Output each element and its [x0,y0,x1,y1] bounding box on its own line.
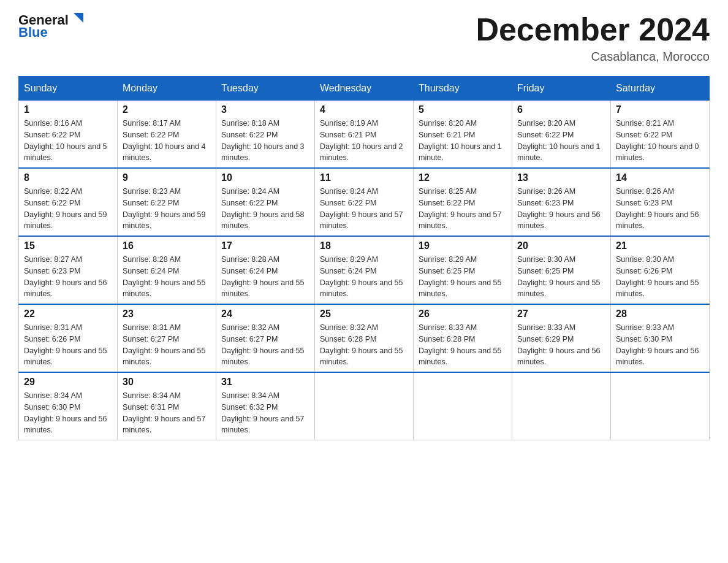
calendar-cell: 17 Sunrise: 8:28 AM Sunset: 6:24 PM Dayl… [216,236,315,304]
calendar-cell: 28 Sunrise: 8:33 AM Sunset: 6:30 PM Dayl… [611,304,710,372]
week-row-1: 1 Sunrise: 8:16 AM Sunset: 6:22 PM Dayli… [19,101,710,169]
calendar-cell: 11 Sunrise: 8:24 AM Sunset: 6:22 PM Dayl… [315,168,414,236]
day-info: Sunrise: 8:20 AM Sunset: 6:21 PM Dayligh… [419,118,507,164]
calendar-cell: 22 Sunrise: 8:31 AM Sunset: 6:26 PM Dayl… [19,304,118,372]
day-info: Sunrise: 8:34 AM Sunset: 6:32 PM Dayligh… [221,390,309,436]
day-number: 11 [320,172,408,183]
calendar-cell: 16 Sunrise: 8:28 AM Sunset: 6:24 PM Dayl… [118,236,216,304]
calendar-cell: 31 Sunrise: 8:34 AM Sunset: 6:32 PM Dayl… [216,372,315,440]
calendar-cell: 14 Sunrise: 8:26 AM Sunset: 6:23 PM Dayl… [611,168,710,236]
page-header: General Blue December 2024 Casablanca, M… [18,12,710,64]
calendar-cell: 7 Sunrise: 8:21 AM Sunset: 6:22 PM Dayli… [611,101,710,169]
day-number: 10 [221,172,309,183]
day-number: 6 [517,104,605,115]
day-info: Sunrise: 8:28 AM Sunset: 6:24 PM Dayligh… [221,254,309,300]
calendar-cell: 6 Sunrise: 8:20 AM Sunset: 6:22 PM Dayli… [512,101,611,169]
weekday-header-thursday: Thursday [414,77,512,101]
logo: General Blue [18,12,87,40]
day-number: 12 [419,172,507,183]
day-number: 21 [616,240,704,251]
day-info: Sunrise: 8:34 AM Sunset: 6:31 PM Dayligh… [123,390,211,436]
day-number: 19 [419,240,507,251]
day-info: Sunrise: 8:22 AM Sunset: 6:22 PM Dayligh… [24,186,112,232]
day-number: 26 [419,308,507,320]
calendar-cell: 12 Sunrise: 8:25 AM Sunset: 6:22 PM Dayl… [414,168,512,236]
day-info: Sunrise: 8:24 AM Sunset: 6:22 PM Dayligh… [320,186,408,232]
weekday-header-friday: Friday [512,77,611,101]
day-number: 8 [24,172,112,183]
calendar-cell: 15 Sunrise: 8:27 AM Sunset: 6:23 PM Dayl… [19,236,118,304]
day-info: Sunrise: 8:30 AM Sunset: 6:26 PM Dayligh… [616,254,704,300]
calendar-cell: 24 Sunrise: 8:32 AM Sunset: 6:27 PM Dayl… [216,304,315,372]
day-info: Sunrise: 8:33 AM Sunset: 6:28 PM Dayligh… [419,322,507,368]
day-info: Sunrise: 8:33 AM Sunset: 6:30 PM Dayligh… [616,322,704,368]
calendar-cell: 5 Sunrise: 8:20 AM Sunset: 6:21 PM Dayli… [414,101,512,169]
day-number: 30 [123,377,211,388]
calendar-cell: 18 Sunrise: 8:29 AM Sunset: 6:24 PM Dayl… [315,236,414,304]
day-number: 29 [24,377,112,388]
weekday-header-tuesday: Tuesday [216,77,315,101]
day-info: Sunrise: 8:28 AM Sunset: 6:24 PM Dayligh… [123,254,211,300]
logo-triangle-icon [70,10,87,28]
day-number: 20 [517,240,605,251]
calendar-cell [512,372,611,440]
day-info: Sunrise: 8:31 AM Sunset: 6:27 PM Dayligh… [123,322,211,368]
calendar-cell: 27 Sunrise: 8:33 AM Sunset: 6:29 PM Dayl… [512,304,611,372]
calendar-cell: 9 Sunrise: 8:23 AM Sunset: 6:22 PM Dayli… [118,168,216,236]
day-info: Sunrise: 8:20 AM Sunset: 6:22 PM Dayligh… [517,118,605,164]
day-info: Sunrise: 8:24 AM Sunset: 6:22 PM Dayligh… [221,186,309,232]
day-info: Sunrise: 8:25 AM Sunset: 6:22 PM Dayligh… [419,186,507,232]
day-info: Sunrise: 8:29 AM Sunset: 6:24 PM Dayligh… [320,254,408,300]
day-info: Sunrise: 8:26 AM Sunset: 6:23 PM Dayligh… [616,186,704,232]
day-number: 25 [320,308,408,320]
day-number: 28 [616,308,704,320]
calendar-cell: 25 Sunrise: 8:32 AM Sunset: 6:28 PM Dayl… [315,304,414,372]
week-row-3: 15 Sunrise: 8:27 AM Sunset: 6:23 PM Dayl… [19,236,710,304]
day-info: Sunrise: 8:19 AM Sunset: 6:21 PM Dayligh… [320,118,408,164]
day-info: Sunrise: 8:26 AM Sunset: 6:23 PM Dayligh… [517,186,605,232]
calendar-cell: 23 Sunrise: 8:31 AM Sunset: 6:27 PM Dayl… [118,304,216,372]
calendar-cell: 3 Sunrise: 8:18 AM Sunset: 6:22 PM Dayli… [216,101,315,169]
week-row-5: 29 Sunrise: 8:34 AM Sunset: 6:30 PM Dayl… [19,372,710,440]
weekday-header-monday: Monday [118,77,216,101]
day-info: Sunrise: 8:29 AM Sunset: 6:25 PM Dayligh… [419,254,507,300]
calendar-cell: 30 Sunrise: 8:34 AM Sunset: 6:31 PM Dayl… [118,372,216,440]
day-number: 13 [517,172,605,183]
calendar-cell: 10 Sunrise: 8:24 AM Sunset: 6:22 PM Dayl… [216,168,315,236]
day-number: 22 [24,308,112,320]
weekday-header-row: SundayMondayTuesdayWednesdayThursdayFrid… [19,77,710,101]
calendar-cell [315,372,414,440]
weekday-header-sunday: Sunday [19,77,118,101]
month-title: December 2024 [476,12,710,47]
day-number: 23 [123,308,211,320]
week-row-2: 8 Sunrise: 8:22 AM Sunset: 6:22 PM Dayli… [19,168,710,236]
day-number: 1 [24,104,112,115]
day-number: 3 [221,104,309,115]
calendar-cell: 2 Sunrise: 8:17 AM Sunset: 6:22 PM Dayli… [118,101,216,169]
day-number: 4 [320,104,408,115]
calendar-cell: 21 Sunrise: 8:30 AM Sunset: 6:26 PM Dayl… [611,236,710,304]
day-number: 31 [221,377,309,388]
day-number: 27 [517,308,605,320]
calendar-cell: 26 Sunrise: 8:33 AM Sunset: 6:28 PM Dayl… [414,304,512,372]
calendar-cell: 20 Sunrise: 8:30 AM Sunset: 6:25 PM Dayl… [512,236,611,304]
day-number: 17 [221,240,309,251]
day-info: Sunrise: 8:33 AM Sunset: 6:29 PM Dayligh… [517,322,605,368]
day-number: 2 [123,104,211,115]
day-number: 18 [320,240,408,251]
day-info: Sunrise: 8:32 AM Sunset: 6:27 PM Dayligh… [221,322,309,368]
calendar-cell [414,372,512,440]
weekday-header-saturday: Saturday [611,77,710,101]
calendar-cell: 19 Sunrise: 8:29 AM Sunset: 6:25 PM Dayl… [414,236,512,304]
day-number: 16 [123,240,211,251]
day-number: 7 [616,104,704,115]
calendar-table: SundayMondayTuesdayWednesdayThursdayFrid… [18,76,710,440]
day-number: 9 [123,172,211,183]
day-info: Sunrise: 8:31 AM Sunset: 6:26 PM Dayligh… [24,322,112,368]
logo-blue: Blue [18,25,48,40]
day-info: Sunrise: 8:23 AM Sunset: 6:22 PM Dayligh… [123,186,211,232]
day-number: 14 [616,172,704,183]
calendar-cell: 1 Sunrise: 8:16 AM Sunset: 6:22 PM Dayli… [19,101,118,169]
calendar-cell: 4 Sunrise: 8:19 AM Sunset: 6:21 PM Dayli… [315,101,414,169]
day-number: 5 [419,104,507,115]
